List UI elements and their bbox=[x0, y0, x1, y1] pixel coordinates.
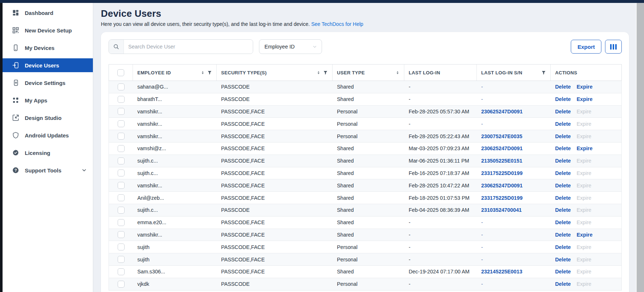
expire-action-link[interactable]: Expire bbox=[577, 84, 593, 90]
filter-icon[interactable] bbox=[323, 70, 328, 75]
techdocs-help-link[interactable]: See TechDocs for Help bbox=[311, 21, 363, 27]
row-checkbox-cell bbox=[109, 244, 133, 250]
serial-number-link[interactable]: 230075247E0035 bbox=[481, 133, 522, 139]
serial-number-link: - bbox=[481, 96, 483, 102]
sidebar-item-licensing[interactable]: Licensing bbox=[3, 144, 93, 161]
sidebar-item-new-device-setup[interactable]: New Device Setup bbox=[3, 22, 93, 39]
delete-action-link[interactable]: Delete bbox=[555, 96, 571, 102]
last-login-sn-cell: - bbox=[477, 281, 551, 287]
row-checkbox[interactable] bbox=[118, 96, 125, 103]
last-login-sn-cell: - bbox=[477, 244, 551, 250]
last-login-sn-cell: 233175225D0199 bbox=[477, 170, 551, 176]
sidebar-item-support-tools[interactable]: ?Support Tools bbox=[3, 161, 93, 179]
columns-icon bbox=[610, 44, 617, 50]
user-type-cell: Shared bbox=[333, 158, 404, 164]
row-checkbox[interactable] bbox=[118, 108, 125, 115]
expire-action-link[interactable]: Expire bbox=[577, 232, 593, 238]
serial-number-link[interactable]: 233175225D0199 bbox=[481, 170, 523, 176]
sidebar-item-device-users[interactable]: Device Users bbox=[3, 57, 93, 74]
sidebar-item-android-updates[interactable]: Android Updates bbox=[3, 126, 93, 144]
serial-number-link[interactable]: 213505225E0151 bbox=[481, 158, 522, 164]
row-checkbox[interactable] bbox=[118, 231, 125, 238]
search-input[interactable] bbox=[124, 40, 253, 54]
row-checkbox[interactable] bbox=[118, 170, 125, 176]
last-login-cell: Feb-28-2025 10:47:22 AM bbox=[404, 183, 477, 188]
delete-action-link[interactable]: Delete bbox=[555, 244, 571, 250]
user-type-cell: Shared bbox=[333, 84, 404, 90]
row-checkbox[interactable] bbox=[118, 244, 125, 250]
delete-action-link[interactable]: Delete bbox=[555, 158, 571, 164]
sort-icon[interactable] bbox=[201, 70, 205, 75]
delete-action-link[interactable]: Delete bbox=[555, 232, 571, 238]
serial-number-link[interactable]: 230625247D0091 bbox=[481, 183, 523, 188]
row-checkbox[interactable] bbox=[118, 219, 125, 226]
row-checkbox-cell bbox=[109, 108, 133, 115]
delete-action-link[interactable]: Delete bbox=[555, 269, 571, 275]
row-checkbox[interactable] bbox=[118, 182, 125, 189]
row-checkbox-cell bbox=[109, 219, 133, 226]
expire-action-link[interactable]: Expire bbox=[577, 96, 593, 102]
serial-number-link[interactable]: 233175225D0199 bbox=[481, 195, 523, 201]
dashboard-icon bbox=[12, 9, 19, 17]
delete-action-link[interactable]: Delete bbox=[555, 121, 571, 127]
row-checkbox[interactable] bbox=[118, 157, 125, 164]
sidebar-item-label: Support Tools bbox=[25, 167, 62, 174]
delete-action-link[interactable]: Delete bbox=[555, 109, 571, 114]
row-checkbox[interactable] bbox=[118, 256, 125, 263]
expire-action-link: Expire bbox=[577, 183, 592, 188]
sidebar-item-design-studio[interactable]: Design Studio bbox=[3, 109, 93, 126]
actions-cell: DeleteExpire bbox=[551, 257, 621, 262]
filter-icon[interactable] bbox=[207, 70, 212, 75]
sidebar-item-my-apps[interactable]: My Apps bbox=[3, 92, 93, 109]
delete-action-link[interactable]: Delete bbox=[555, 145, 571, 151]
row-checkbox[interactable] bbox=[118, 268, 125, 275]
row-checkbox[interactable] bbox=[118, 145, 125, 152]
expire-action-link[interactable]: Expire bbox=[577, 145, 593, 151]
sidebar-item-device-settings[interactable]: Device Settings bbox=[3, 74, 93, 92]
last-login-sn-cell: - bbox=[477, 232, 551, 238]
delete-action-link[interactable]: Delete bbox=[555, 219, 571, 225]
sort-icon[interactable] bbox=[317, 70, 321, 75]
scrollbar-thumb[interactable] bbox=[637, 3, 644, 292]
row-checkbox[interactable] bbox=[118, 207, 125, 214]
row-checkbox[interactable] bbox=[118, 281, 125, 288]
delete-action-link[interactable]: Delete bbox=[555, 257, 571, 262]
vertical-scrollbar bbox=[636, 3, 644, 292]
sidebar-item-my-devices[interactable]: My Devices bbox=[3, 39, 93, 57]
security-types-cell: PASSCODE bbox=[217, 207, 333, 213]
select-all-checkbox[interactable] bbox=[117, 69, 124, 76]
table-row: Sam.s306...PASSCODE,FACESharedDec-19-202… bbox=[109, 266, 621, 278]
security-types-cell: PASSCODE,FACE bbox=[217, 170, 333, 176]
row-checkbox[interactable] bbox=[118, 83, 125, 90]
user-type-cell: Personal bbox=[333, 257, 404, 262]
delete-action-link[interactable]: Delete bbox=[555, 207, 571, 213]
column-settings-button[interactable] bbox=[605, 40, 622, 54]
delete-action-link[interactable]: Delete bbox=[555, 133, 571, 139]
serial-number-link[interactable]: 230625247D0091 bbox=[481, 145, 523, 151]
row-checkbox[interactable] bbox=[118, 133, 125, 140]
svg-text:?: ? bbox=[14, 168, 17, 172]
export-button[interactable]: Export bbox=[571, 40, 601, 54]
filter-icon[interactable] bbox=[541, 70, 546, 75]
last-login-sn-cell: - bbox=[477, 121, 551, 127]
delete-action-link[interactable]: Delete bbox=[555, 84, 571, 90]
serial-number-link[interactable]: 232145225E0013 bbox=[481, 269, 522, 275]
security-types-cell: PASSCODE,FACE bbox=[217, 195, 333, 201]
sort-icon[interactable] bbox=[396, 70, 400, 75]
row-checkbox[interactable] bbox=[118, 120, 125, 127]
security-types-cell: PASSCODE,FACE bbox=[217, 257, 333, 262]
row-checkbox[interactable] bbox=[118, 194, 125, 201]
chevron-down-icon bbox=[312, 44, 317, 49]
serial-number-link[interactable]: 23103524700041 bbox=[481, 207, 522, 213]
delete-action-link[interactable]: Delete bbox=[555, 281, 571, 287]
serial-number-link[interactable]: 230625247D0091 bbox=[481, 109, 523, 114]
search-by-dropdown[interactable]: Employee ID bbox=[259, 39, 322, 54]
user-type-cell: Shared bbox=[333, 207, 404, 213]
table-row: sujith.c...PASSCODESharedFeb-04-2025 08:… bbox=[109, 204, 621, 217]
delete-action-link[interactable]: Delete bbox=[555, 170, 571, 176]
sidebar-item-dashboard[interactable]: Dashboard bbox=[3, 4, 93, 22]
delete-action-link[interactable]: Delete bbox=[555, 183, 571, 188]
column-header-actions: ACTIONS bbox=[551, 65, 621, 81]
user-type-cell: Shared bbox=[333, 170, 404, 176]
delete-action-link[interactable]: Delete bbox=[555, 195, 571, 201]
